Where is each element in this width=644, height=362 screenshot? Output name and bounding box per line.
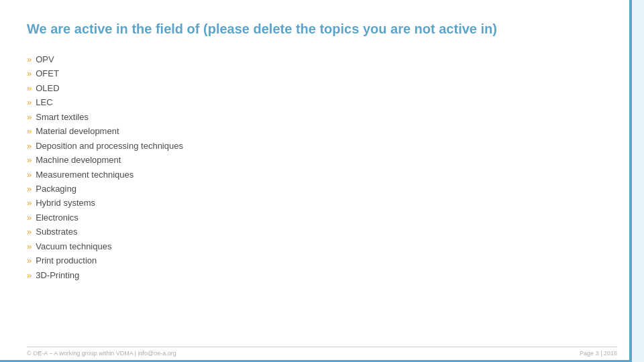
bullet-icon: »: [27, 81, 32, 95]
list-item: »LEC: [27, 95, 617, 109]
list-item-text: Hybrid systems: [36, 196, 95, 210]
title-block: We are active in the field of (please de…: [27, 20, 617, 38]
list-item: »3D-Printing: [27, 268, 617, 282]
list-item: »Measurement techniques: [27, 168, 617, 182]
list-item-text: OFET: [36, 66, 59, 80]
list-item-text: OLED: [36, 81, 59, 95]
bullet-icon: »: [27, 66, 32, 80]
list-item: »Electronics: [27, 210, 617, 225]
bullet-icon: »: [27, 253, 32, 267]
main-content: We are active in the field of (please de…: [27, 20, 617, 335]
bullet-icon: »: [27, 168, 32, 182]
footer-right: Page 3 | 2016: [580, 350, 617, 357]
footer: © OE-A – A working group within VDMA | i…: [27, 347, 617, 357]
list-item: »Smart textiles: [27, 110, 617, 124]
list-item: »OFET: [27, 66, 617, 80]
list-item: »Material development: [27, 124, 617, 138]
list-item-text: Measurement techniques: [36, 168, 133, 182]
slide: We are active in the field of (please de…: [0, 0, 644, 362]
bullet-icon: »: [27, 52, 32, 66]
list-item: »Packaging: [27, 182, 617, 196]
list-item-text: Vacuum techniques: [36, 239, 111, 253]
right-sidebar-panel: [632, 0, 644, 362]
bullet-icon: »: [27, 196, 32, 210]
list-item: »Vacuum techniques: [27, 239, 617, 253]
right-sidebar-accent: [629, 0, 632, 362]
list-item: »Hybrid systems: [27, 196, 617, 210]
list-item-text: Substrates: [36, 225, 77, 239]
list-item: »Print production: [27, 253, 617, 267]
list-item: »OLED: [27, 81, 617, 95]
bullet-icon: »: [27, 239, 32, 253]
list-item: »Machine development: [27, 153, 617, 167]
list-item-text: 3D-Printing: [36, 268, 79, 282]
list-item-text: Packaging: [36, 182, 76, 196]
list-item-text: Smart textiles: [36, 110, 89, 124]
list-item-text: Deposition and processing techniques: [36, 139, 183, 153]
list-item-text: OPV: [36, 52, 54, 66]
list-item: »OPV: [27, 52, 617, 66]
bullet-icon: »: [27, 268, 32, 282]
footer-left: © OE-A – A working group within VDMA | i…: [27, 350, 176, 357]
topic-list: »OPV»OFET»OLED»LEC»Smart textiles»Materi…: [27, 52, 617, 282]
list-item-text: Electronics: [36, 210, 78, 225]
bullet-icon: »: [27, 182, 32, 196]
bullet-icon: »: [27, 95, 32, 109]
bullet-icon: »: [27, 139, 32, 153]
bullet-icon: »: [27, 153, 32, 167]
list-item-text: Print production: [36, 253, 97, 267]
list-item: »Substrates: [27, 225, 617, 239]
slide-title: We are active in the field of (please de…: [27, 20, 617, 38]
list-item-text: Machine development: [36, 153, 121, 167]
bullet-icon: »: [27, 124, 32, 138]
bullet-icon: »: [27, 110, 32, 124]
list-item-text: LEC: [36, 95, 52, 109]
bullet-icon: »: [27, 210, 32, 225]
bullet-icon: »: [27, 225, 32, 239]
list-item: »Deposition and processing techniques: [27, 139, 617, 153]
list-item-text: Material development: [36, 124, 119, 138]
